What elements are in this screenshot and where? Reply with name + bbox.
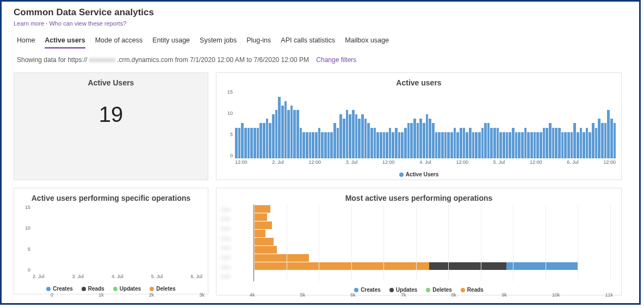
bar (395, 128, 398, 158)
bar (469, 128, 472, 158)
bar (595, 128, 598, 158)
analytics-frame: Common Data Service analytics Learn more… (0, 0, 641, 305)
bar (438, 132, 441, 158)
bar (466, 132, 468, 158)
content-scroll[interactable]: Active Users 19 Active users 151050 12:0… (14, 72, 624, 300)
bar (263, 123, 265, 158)
bar (238, 128, 241, 158)
bar (484, 123, 487, 158)
bar (380, 132, 382, 158)
bar (302, 132, 305, 158)
bar (558, 128, 561, 158)
bar (330, 132, 333, 158)
bar (589, 132, 591, 158)
bar (475, 132, 478, 158)
tab-home[interactable]: Home (17, 36, 35, 48)
bar (607, 110, 610, 158)
header-links: Learn more · Who can view these reports? (14, 20, 627, 27)
bar (543, 128, 546, 158)
bar (376, 132, 379, 158)
bar (269, 123, 271, 158)
operations-chart-card: Active users performing specific operati… (14, 188, 208, 294)
bar (598, 119, 600, 158)
bar (361, 114, 364, 158)
tab-active-users[interactable]: Active users (45, 36, 85, 48)
bar (386, 132, 388, 158)
bar (339, 114, 342, 158)
learn-more-link[interactable]: Learn more (14, 20, 44, 27)
bar (521, 132, 524, 158)
who-can-view-link[interactable]: Who can view these reports? (49, 20, 126, 27)
bar (284, 101, 287, 158)
page-title: Common Data Service analytics (14, 7, 627, 18)
bar (389, 128, 392, 158)
change-filters-link[interactable]: Change filters (316, 56, 356, 64)
bar (503, 132, 505, 158)
bar (447, 132, 450, 158)
bar (441, 132, 444, 158)
bar (244, 128, 247, 158)
bar (493, 128, 496, 158)
bar (404, 128, 407, 158)
bar (275, 110, 278, 158)
most-active-chart-card: Most active users performing operations … (216, 188, 622, 295)
bar (349, 114, 351, 158)
bar (524, 128, 527, 158)
bar (235, 128, 238, 158)
bar (278, 97, 281, 158)
bar (610, 119, 613, 158)
bar (515, 132, 518, 158)
bar (429, 119, 431, 158)
bar (536, 132, 539, 158)
bar (478, 132, 481, 158)
kpi-value: 19 (99, 102, 123, 127)
most-active-chart: xxxxxxxxxxxxxxxxxxxxxxxxxxxxxxxx (221, 205, 610, 281)
bar (583, 132, 585, 158)
bar (604, 123, 607, 158)
tab-system-jobs[interactable]: System jobs (200, 36, 237, 48)
bar (432, 123, 435, 158)
bar (324, 132, 327, 158)
bar (419, 119, 422, 158)
tab-mode-of-access[interactable]: Mode of access (95, 36, 143, 48)
bar (250, 128, 253, 158)
bar (540, 132, 542, 158)
bar (534, 132, 536, 158)
bar (506, 132, 509, 158)
bar (530, 132, 533, 158)
bar (315, 132, 318, 158)
tab-plug-ins[interactable]: Plug-ins (246, 36, 271, 48)
bar (481, 128, 484, 158)
tab-mailbox-usage[interactable]: Mailbox usage (345, 36, 389, 48)
bar (337, 128, 339, 158)
bar (413, 119, 416, 158)
bar (497, 128, 499, 158)
active-users-chart: 151050 12:002. Jul12:003. Jul12:004. Jul… (235, 89, 616, 166)
bar (518, 132, 521, 158)
bar (266, 119, 269, 158)
tab-entity-usage[interactable]: Entity usage (152, 36, 190, 48)
bar (614, 123, 616, 158)
active-users-chart-card: Active users 151050 12:002. Jul12:003. J… (216, 72, 622, 180)
bar (423, 123, 425, 158)
bar (327, 132, 330, 158)
bar (592, 123, 595, 158)
bar (300, 128, 302, 158)
bar (401, 132, 404, 158)
bar (460, 128, 462, 158)
bar (352, 110, 355, 158)
tab-api-calls-statistics[interactable]: API calls statistics (281, 36, 335, 48)
bar (552, 128, 555, 158)
bar (293, 110, 296, 158)
bar (435, 132, 438, 158)
bar (253, 128, 256, 158)
bar (601, 123, 604, 158)
bar (346, 110, 349, 158)
bar (586, 128, 589, 158)
bar (312, 132, 314, 158)
bar (512, 128, 515, 158)
bar (343, 119, 345, 158)
bar (549, 123, 552, 158)
bar (383, 132, 386, 158)
bar (364, 119, 367, 158)
